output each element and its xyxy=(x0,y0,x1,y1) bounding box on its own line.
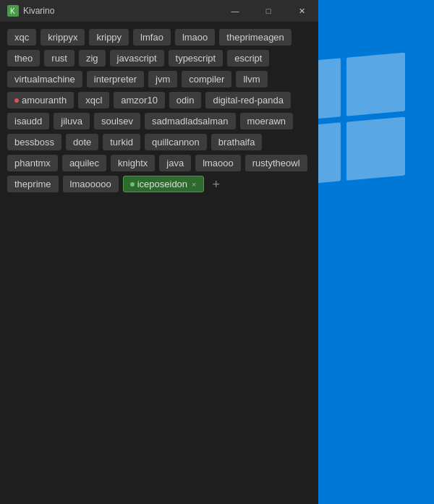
tag-bessboss[interactable]: bessboss xyxy=(7,134,61,150)
tag-label-digital-red-panda: digital-red-panda xyxy=(213,95,284,106)
tag-soulsev[interactable]: soulsev xyxy=(94,113,140,129)
tag-lmaoo[interactable]: lmaoo xyxy=(175,29,215,46)
tag-theo[interactable]: theo xyxy=(7,50,40,67)
svg-text:K: K xyxy=(10,7,15,15)
tag-label-iceposeidon: iceposeidon xyxy=(137,179,187,189)
tag-java[interactable]: java xyxy=(159,155,191,171)
tag-label-lmaoo: lmaoo xyxy=(182,32,208,43)
tag-label-krippyx: krippyx xyxy=(48,32,77,43)
tag-digital-red-panda[interactable]: digital-red-panda xyxy=(205,92,291,108)
tag-label-odin: odin xyxy=(176,95,195,106)
tag-rust[interactable]: rust xyxy=(44,50,75,67)
tag-amouranth[interactable]: amouranth xyxy=(7,92,74,108)
tag-phantmx[interactable]: phantmx xyxy=(7,155,58,171)
tag-label-isaudd: isaudd xyxy=(14,116,42,127)
tag-label-sadmadladsalman: sadmadladsalman xyxy=(152,116,229,127)
tag-label-amzor10: amzor10 xyxy=(121,95,158,106)
tag-rustytheowl[interactable]: rustytheowl xyxy=(245,155,307,171)
tag-label-java: java xyxy=(166,158,184,168)
tag-label-llvm: llvm xyxy=(243,74,260,85)
tag-label-krippy: krippy xyxy=(96,32,122,43)
tag-jvm[interactable]: jvm xyxy=(148,71,177,87)
minimize-button[interactable]: — xyxy=(218,0,252,22)
tag-label-lmfao: lmfao xyxy=(140,32,163,43)
tag-sadmadladsalman[interactable]: sadmadladsalman xyxy=(145,113,236,129)
tag-amzor10[interactable]: amzor10 xyxy=(114,92,165,108)
tag-theprimeagen[interactable]: theprimeagen xyxy=(219,29,292,46)
tag-odin[interactable]: odin xyxy=(169,92,202,108)
tag-jiluva[interactable]: jiluva xyxy=(54,113,90,129)
tag-label-rust: rust xyxy=(51,53,67,64)
tag-label-lmaooo: lmaooo xyxy=(203,158,234,168)
tag-label-typescript: typescript xyxy=(176,53,216,64)
tag-label-amouranth: amouranth xyxy=(22,95,67,106)
tag-label-theo: theo xyxy=(14,53,33,64)
title-bar-left: K Kivarino xyxy=(7,5,54,17)
tag-lmaooo[interactable]: lmaooo xyxy=(195,155,241,171)
tag-xqc[interactable]: xqc xyxy=(7,29,36,46)
tag-zig[interactable]: zig xyxy=(79,50,106,67)
tag-aquilec[interactable]: aquilec xyxy=(62,155,106,171)
tag-label-quillcannon: quillcannon xyxy=(152,137,200,148)
tag-label-xqcl: xqcl xyxy=(85,95,102,106)
tag-label-rustytheowl: rustytheowl xyxy=(252,158,300,168)
tag-turkid[interactable]: turkid xyxy=(103,134,140,150)
tag-label-lmaooooo: lmaooooo xyxy=(70,179,111,189)
tag-label-brathaifa: brathaifa xyxy=(218,137,255,148)
tag-quillcannon[interactable]: quillcannon xyxy=(145,134,207,150)
tag-interpreter[interactable]: interpreter xyxy=(87,71,144,87)
tag-label-javascript: javascript xyxy=(117,53,157,64)
tag-label-jiluva: jiluva xyxy=(61,116,82,127)
tags-container: xqckrippyxkrippylmfaolmaootheprimeagenth… xyxy=(0,22,318,200)
app-window: K Kivarino — □ ✕ xqckrippyxkrippylmfaolm… xyxy=(0,0,318,504)
tag-label-theprime: theprime xyxy=(14,179,51,189)
tag-label-zig: zig xyxy=(86,53,98,64)
tag-label-theprimeagen: theprimeagen xyxy=(226,32,284,43)
tag-javascript[interactable]: javascript xyxy=(110,50,164,67)
close-button[interactable]: ✕ xyxy=(285,0,318,22)
tag-lmaooooo[interactable]: lmaooooo xyxy=(63,176,119,192)
tag-lmfao[interactable]: lmfao xyxy=(133,29,171,46)
tag-label-dote: dote xyxy=(73,137,91,148)
maximize-button[interactable]: □ xyxy=(252,0,285,22)
tag-llvm[interactable]: llvm xyxy=(236,71,267,87)
title-bar-controls: — □ ✕ xyxy=(218,0,318,22)
tag-xqcl[interactable]: xqcl xyxy=(78,92,109,108)
tag-label-turkid: turkid xyxy=(110,137,133,148)
tag-label-interpreter: interpreter xyxy=(94,74,137,85)
tag-label-bessboss: bessboss xyxy=(14,137,54,148)
tag-typescript[interactable]: typescript xyxy=(169,50,224,67)
tag-label-escript: escript xyxy=(234,53,262,64)
tag-label-jvm: jvm xyxy=(156,74,170,85)
tag-virtualmachine[interactable]: virtualmachine xyxy=(7,71,82,87)
app-icon: K xyxy=(7,5,19,17)
tag-compiler[interactable]: compiler xyxy=(182,71,231,87)
tag-iceposeidon[interactable]: iceposeidon× xyxy=(123,176,204,192)
tag-theprime[interactable]: theprime xyxy=(7,176,59,192)
tag-brathaifa[interactable]: brathaifa xyxy=(211,134,263,150)
title-bar: K Kivarino — □ ✕ xyxy=(0,0,318,22)
tag-moerawn[interactable]: moerawn xyxy=(240,113,293,129)
tag-knightx[interactable]: knightx xyxy=(111,155,155,171)
tag-label-aquilec: aquilec xyxy=(69,158,99,168)
tag-dote[interactable]: dote xyxy=(66,134,98,150)
tag-close-iceposeidon[interactable]: × xyxy=(192,180,196,189)
tag-label-moerawn: moerawn xyxy=(247,116,286,127)
tag-isaudd[interactable]: isaudd xyxy=(7,113,49,129)
tag-label-knightx: knightx xyxy=(118,158,148,168)
tag-label-compiler: compiler xyxy=(189,74,224,85)
tag-krippyx[interactable]: krippyx xyxy=(41,29,85,46)
tag-label-soulsev: soulsev xyxy=(101,116,133,127)
window-title: Kivarino xyxy=(23,6,54,16)
tag-label-xqc: xqc xyxy=(14,32,29,43)
tag-label-phantmx: phantmx xyxy=(14,158,51,168)
tag-escript[interactable]: escript xyxy=(227,50,269,67)
tag-krippy[interactable]: krippy xyxy=(89,29,129,46)
add-tag-button[interactable]: + xyxy=(208,176,225,192)
tag-label-virtualmachine: virtualmachine xyxy=(14,74,75,85)
